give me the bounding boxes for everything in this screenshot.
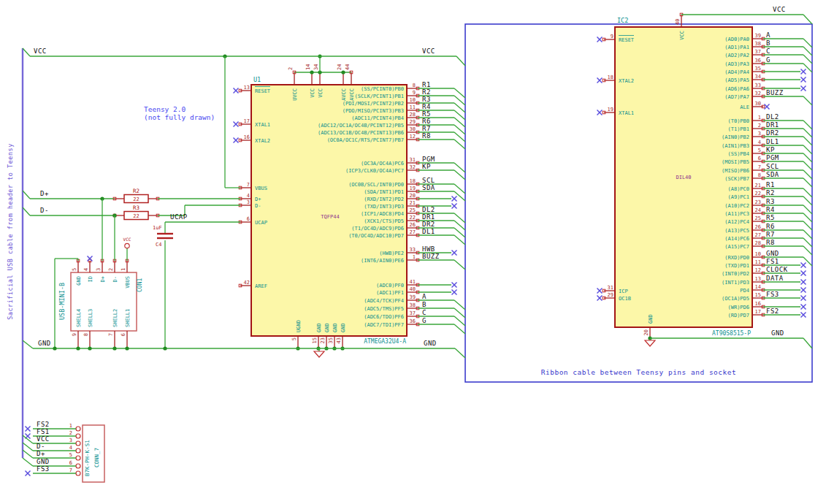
pin-name: (AD6)PA6: [724, 86, 749, 92]
net-label: FS1: [37, 428, 50, 435]
pin-name: AVCC: [341, 88, 347, 101]
pin-name: (XCK1/CTS)PD5: [364, 218, 404, 224]
pin-number: 40: [675, 19, 681, 25]
pin-name: (AD1)PA1: [724, 45, 749, 50]
pin-name: GND: [340, 323, 346, 332]
bus-entry: [455, 348, 465, 358]
net-label: DL1: [766, 138, 779, 145]
pin-number: 39: [755, 33, 761, 39]
bus-entry: [803, 221, 812, 230]
bus-entry: [803, 213, 812, 222]
pin-name: (HWB)PE2: [379, 251, 404, 256]
pin-name: (WR)PD6: [727, 305, 749, 310]
pin-name: (ADC4/TCK)PF4: [364, 298, 404, 304]
pin-name: (OC0B/SCL/INT0)PD0: [348, 182, 404, 188]
pin-name: (SDA/INT1)PD1: [364, 189, 404, 195]
pin-number: 35: [328, 337, 334, 343]
pin-number: 1: [413, 254, 416, 260]
bus-entry: [454, 235, 465, 245]
pin-name: (T0)PB0: [727, 118, 749, 124]
pin-number: 36: [755, 58, 761, 64]
pin-name: (ADC12/OC1A/OC4B/PCINT12)PB5: [318, 123, 404, 129]
pin-number: 2: [758, 123, 761, 129]
pin-name: OC1B: [619, 296, 631, 302]
pin-name: (OC0A/OC1C/RTS/PCINT7)PB7: [327, 137, 404, 143]
pin-name: XTAL2: [255, 138, 270, 144]
note-teensy-line2: (not fully drawn): [144, 113, 215, 121]
pin-number: 16: [244, 134, 250, 140]
net-label: B: [766, 39, 770, 47]
pin-name: XTAL1: [619, 110, 634, 116]
net-label: PGM: [766, 154, 779, 161]
schematic-drawing: U1ATMEGA32U4-ATQFP448(SS/PCINT0)PB0R19(S…: [0, 0, 826, 504]
pin-name: (A9)PC1: [727, 194, 749, 200]
pin-number: 7: [758, 164, 761, 170]
bus-entry: [454, 170, 465, 180]
bus-entry: [803, 170, 812, 179]
pin-number: 7: [108, 333, 114, 336]
pin-number: 23: [755, 199, 761, 205]
bus-entry: [803, 205, 812, 214]
pin-name: VCC: [318, 88, 324, 98]
pin-number: 7: [247, 182, 250, 188]
pin-number: 20: [643, 329, 649, 335]
pin-number: 7: [69, 467, 72, 473]
pin-number: 15: [312, 337, 318, 343]
pin-number: 23: [320, 337, 326, 343]
note-teensy: Teensy 2.0 (not fully drawn): [144, 105, 215, 121]
bus-entry: [454, 125, 465, 134]
net-label: R8: [422, 132, 431, 140]
pin-number: 9: [611, 34, 613, 39]
pin-number: 17: [755, 309, 761, 315]
bus-entry: [454, 96, 465, 105]
bus-entry: [454, 163, 465, 172]
bus-entry: [803, 55, 812, 64]
net-label: SDA: [422, 184, 435, 191]
pin-circle: [76, 456, 80, 460]
ic2-ref: IC2: [617, 17, 628, 24]
pin-number: 42: [244, 280, 250, 286]
bus-entry: [454, 324, 465, 334]
bus-entry: [803, 145, 812, 154]
pin-name: (RXD)PD0: [724, 255, 749, 261]
gnd-symbol-icon: [314, 351, 324, 357]
pin-name: (A13)PC5: [724, 228, 749, 234]
pin-name: SHELL3: [88, 309, 93, 327]
pin-number: 43: [336, 337, 342, 343]
junction-dot: [125, 346, 129, 350]
bus-entry: [803, 47, 812, 56]
net-label: R6: [422, 118, 431, 125]
bus-entry: [454, 110, 465, 120]
bus-entry: [803, 196, 812, 205]
pin-name: (AIN0)PB2: [722, 134, 749, 140]
net-label: R4: [422, 103, 431, 110]
net-label-gnd: GND: [424, 340, 437, 347]
con1-ref: CON1: [137, 278, 143, 292]
net-label-ucap: UCAP: [170, 213, 188, 221]
net-label: KP: [766, 146, 775, 153]
pin-number: 5: [69, 452, 72, 458]
net-label: C: [766, 47, 770, 55]
pin-name: (AD3)PA3: [724, 61, 749, 67]
net-label-dminus: D-: [40, 207, 49, 214]
pin-number: 4: [758, 140, 761, 145]
bus-entry: [23, 458, 33, 466]
ic2-package: DIL40: [676, 175, 691, 180]
pin-number: 15: [755, 292, 761, 298]
pin-name: VCC: [679, 31, 685, 40]
net-label-gnd: GND: [771, 329, 784, 337]
pin-name: (AD5)PA5: [724, 77, 749, 83]
pin-name: (ICP3/CLK0/OC4A)PC7: [345, 168, 404, 174]
note-sacrificial-cable: Sacrificial USB cable from header to Tee…: [7, 78, 14, 385]
pin-number: 4: [83, 268, 89, 271]
pin-name: VBUS: [125, 276, 131, 289]
pin-name: SHELL1: [125, 309, 131, 327]
pin-number: 21: [755, 183, 761, 188]
bus-entry: [803, 121, 812, 129]
bus-entry: [23, 450, 33, 458]
net-label: FS3: [766, 291, 779, 298]
pin-name: D+: [100, 276, 106, 282]
pin-number: 6: [121, 333, 126, 336]
pin-number: 30: [410, 126, 416, 132]
net-label: R3: [766, 198, 775, 205]
